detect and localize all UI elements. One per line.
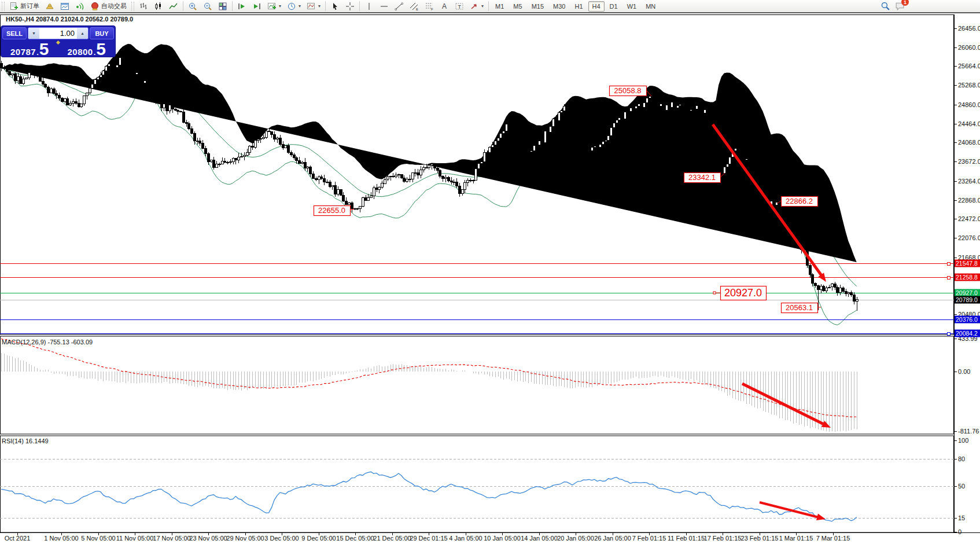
time-axis-label: 23 Feb 01:15 xyxy=(741,535,779,542)
chevron-down-icon[interactable]: ▾ xyxy=(318,3,320,9)
chevron-down-icon[interactable]: ▾ xyxy=(481,3,484,9)
toolbar-grip xyxy=(131,2,134,11)
timeframe-M1[interactable]: M1 xyxy=(491,1,508,12)
annotation-text: 20927.0 xyxy=(724,287,762,299)
time-axis-label: 9 Dec 05:00 xyxy=(301,535,336,542)
timeframe-W1[interactable]: W1 xyxy=(623,1,641,12)
crosshair-tool-button[interactable] xyxy=(342,0,358,13)
price-badge-label: 20376.0 xyxy=(956,316,978,323)
sell-price[interactable]: 20787.5 xyxy=(2,40,57,57)
chevron-down-icon[interactable]: ▾ xyxy=(279,3,281,9)
rsi-axis-label: 0 xyxy=(958,528,961,535)
toolbar-separator xyxy=(488,1,489,11)
zoom-in-button[interactable] xyxy=(185,0,200,13)
gold-button[interactable] xyxy=(42,0,57,13)
signal-button[interactable] xyxy=(72,0,87,13)
macd-axis-label: 0.00 xyxy=(958,368,970,375)
time-axis-label: 3 Dec 05:00 xyxy=(264,535,299,542)
svg-text:F: F xyxy=(431,8,433,11)
time-axis-label: 26 Jan 05:00 xyxy=(594,535,631,542)
candlestick-chart-button[interactable] xyxy=(151,0,166,13)
trendline-tool-button[interactable] xyxy=(392,0,407,13)
price-axis-label: 23672.0 xyxy=(958,158,980,165)
timeframe-H1[interactable]: H1 xyxy=(570,1,587,12)
price-axis-label: 24860.0 xyxy=(958,101,980,108)
time-axis-label: 21 Dec 05:00 xyxy=(373,535,411,542)
search-icon[interactable] xyxy=(880,1,890,11)
gold-icon xyxy=(45,2,54,11)
cursor-tool-button[interactable] xyxy=(327,0,342,13)
line-handle[interactable] xyxy=(947,332,950,335)
bar-chart-icon xyxy=(139,2,148,11)
chart-shift-icon xyxy=(252,2,261,11)
macd-pane xyxy=(1,336,954,434)
buy-price[interactable]: 20800.5 xyxy=(60,40,115,57)
sell-button[interactable]: SELL xyxy=(2,27,27,39)
zoom-out-icon xyxy=(203,2,212,11)
time-axis-label: 29 Dec 01:15 xyxy=(410,535,447,542)
macd-label: MACD(12,26,9) -755.13 -603.09 xyxy=(2,339,93,345)
rsi-axis-label: 80 xyxy=(958,455,965,462)
crosshair-icon xyxy=(345,2,355,11)
text-icon: A xyxy=(440,2,449,11)
timeframe-M30[interactable]: M30 xyxy=(549,1,569,12)
svg-text:E: E xyxy=(416,8,418,11)
timeframe-M5[interactable]: M5 xyxy=(509,1,526,12)
horizontal-line-tool-button[interactable] xyxy=(377,0,392,13)
price-badge-label: 20789.0 xyxy=(956,296,978,303)
auto-scroll-button[interactable] xyxy=(234,0,249,13)
time-axis-label: 1 Nov 05:00 xyxy=(44,535,78,542)
timeframe-M15[interactable]: M15 xyxy=(528,1,548,12)
timeframe-D1[interactable]: D1 xyxy=(606,1,622,12)
timeframe-H4[interactable]: H4 xyxy=(588,1,605,12)
periods-button[interactable]: ▾ xyxy=(284,0,304,13)
volume-input[interactable] xyxy=(39,28,77,39)
time-axis-label: 23 Nov 05:00 xyxy=(189,535,227,542)
toolbar-separator xyxy=(232,1,233,11)
vertical-line-tool-button[interactable] xyxy=(362,0,377,13)
notification-badge: 1 xyxy=(901,0,909,6)
fibonacci-icon: F xyxy=(425,2,434,11)
indicators-button[interactable]: ▾ xyxy=(264,0,284,13)
annotation-handle[interactable] xyxy=(713,292,716,294)
fibonacci-tool-button[interactable]: F xyxy=(422,0,437,13)
line-handle[interactable] xyxy=(947,262,950,265)
one-click-trading-panel: SELL ▾ ▴ BUY 20787.5 20800.5 xyxy=(1,25,116,57)
time-axis-label: 17 Feb 01:15 xyxy=(704,535,742,542)
timeframe-MN[interactable]: MN xyxy=(642,1,660,12)
market-watch-button[interactable] xyxy=(57,0,72,13)
timeframe-group: M1M5M15M30H1H4D1W1MN xyxy=(491,1,660,12)
text-tool-button[interactable]: A xyxy=(437,0,452,13)
chart-area[interactable]: 25058.823342.122866.222655.020927.020563… xyxy=(0,0,980,544)
zoom-in-icon xyxy=(188,2,197,11)
chart-shift-button[interactable] xyxy=(249,0,264,13)
auto-scroll-icon xyxy=(237,2,246,11)
volume-increase-button[interactable]: ▴ xyxy=(77,28,88,39)
bar-chart-button[interactable] xyxy=(136,0,151,13)
buy-button[interactable]: BUY xyxy=(90,27,114,39)
templates-button[interactable]: ▾ xyxy=(304,0,323,13)
volume-decrease-button[interactable]: ▾ xyxy=(28,28,39,39)
auto-trading-button[interactable]: 自动交易 xyxy=(87,0,130,13)
time-axis-label: 1 Mar 01:15 xyxy=(779,535,813,542)
channel-tool-button[interactable]: E xyxy=(407,0,422,13)
price-badge-label: 20084.2 xyxy=(956,330,978,337)
trendline-icon xyxy=(395,2,404,11)
time-axis-label: 5 Nov 05:00 xyxy=(81,535,115,542)
signal-icon xyxy=(75,2,84,11)
line-handle[interactable] xyxy=(947,276,950,279)
price-axis-label: 25664.0 xyxy=(958,63,980,69)
zoom-out-button[interactable] xyxy=(200,0,215,13)
new-order-button[interactable]: 新订单 xyxy=(6,0,42,13)
rsi-label: RSI(14) 16.1449 xyxy=(2,438,49,444)
tile-windows-button[interactable] xyxy=(215,0,230,13)
chevron-down-icon[interactable]: ▾ xyxy=(299,3,301,9)
annotation-text: 20563.1 xyxy=(786,303,813,312)
toolbar-grip xyxy=(2,2,5,11)
time-axis-label: 7 Mar 01:15 xyxy=(816,535,850,542)
text-label-tool-button[interactable]: T xyxy=(452,0,467,13)
periods-icon xyxy=(287,2,296,11)
line-chart-button[interactable] xyxy=(166,0,181,13)
notifications-button[interactable]: 1 xyxy=(895,1,905,11)
arrows-tool-button[interactable]: ▾ xyxy=(467,0,487,13)
